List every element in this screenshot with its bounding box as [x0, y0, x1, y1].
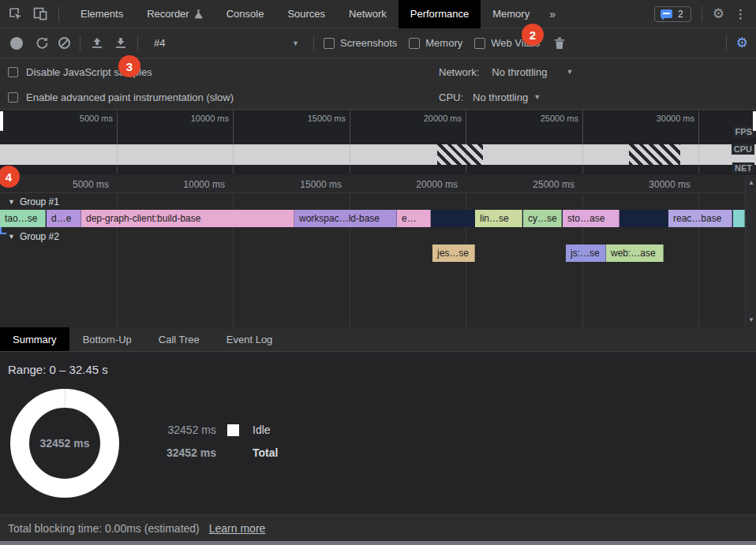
- settings-gear-icon[interactable]: ⚙: [713, 7, 724, 21]
- divider: [313, 35, 314, 51]
- timeline-event-bar[interactable]: jes…se: [432, 245, 475, 262]
- timeline-event-bar[interactable]: [733, 210, 745, 227]
- dropdown-caret-icon: ▼: [292, 39, 299, 47]
- issues-counter[interactable]: 2: [654, 6, 691, 22]
- checkbox-icon[interactable]: [409, 38, 420, 49]
- overview-right-handle[interactable]: [753, 111, 756, 131]
- advanced-paint-checkbox[interactable]: [8, 92, 18, 103]
- divider: [58, 6, 59, 22]
- cpu-throttling-control[interactable]: CPU: No throttling ▼: [439, 84, 541, 110]
- disable-js-samples-checkbox[interactable]: [8, 67, 18, 77]
- checkbox-icon[interactable]: [474, 38, 485, 49]
- timeline-overview[interactable]: FPS CPU NET 5000 ms10000 ms15000 ms20000…: [0, 110, 756, 175]
- legend-label: Total: [253, 446, 278, 459]
- network-throttling-value: No throttling: [492, 66, 547, 78]
- tab-network[interactable]: Network: [337, 0, 399, 28]
- footer-bar: Total blocking time: 0.00ms (estimated) …: [0, 514, 756, 541]
- tab-sources[interactable]: Sources: [275, 0, 337, 28]
- timeline-event-bar[interactable]: dep-graph-client:build-base: [81, 210, 294, 227]
- advanced-paint-row: Enable advanced paint instrumentation (s…: [0, 84, 756, 110]
- record-button[interactable]: [10, 37, 23, 50]
- cpu-throttling-label: CPU:: [439, 91, 463, 103]
- tab-console[interactable]: Console: [215, 0, 276, 28]
- group-label: Group #1: [20, 196, 59, 207]
- cpu-busy-region: [437, 144, 483, 165]
- timeline-event-bar[interactable]: reac…base: [668, 210, 732, 227]
- timeline-ruler: 5000 ms10000 ms15000 ms20000 ms25000 ms3…: [0, 175, 756, 193]
- timeline-tick-label: 5000 ms: [46, 179, 109, 190]
- more-tabs-icon[interactable]: »: [541, 8, 563, 21]
- vertical-scrollbar[interactable]: ▲ ▼: [745, 175, 756, 327]
- summary-legend: 32452 msIdle32452 msTotal: [164, 424, 278, 459]
- device-toolbar-icon[interactable]: [33, 7, 47, 21]
- tab-performance[interactable]: Performance: [399, 0, 481, 28]
- legend-value: 32452 ms: [164, 424, 216, 436]
- reload-and-record-icon[interactable]: [35, 36, 49, 50]
- load-profile-icon[interactable]: [90, 36, 104, 50]
- network-throttling-label: Network:: [439, 66, 479, 78]
- toolbar-checkbox-memory[interactable]: Memory: [409, 37, 462, 49]
- timeline-tick-label: 30000 ms: [627, 179, 691, 190]
- network-throttling-control[interactable]: Network: No throttling ▼: [439, 59, 573, 84]
- tab-bottom-up[interactable]: Bottom-Up: [69, 327, 145, 351]
- timeline-event-bar[interactable]: js:…se: [566, 245, 606, 262]
- timeline-event-bar[interactable]: web:…ase: [606, 245, 664, 262]
- advanced-paint-label: Enable advanced paint instrumentation (s…: [26, 91, 234, 103]
- cpu-busy-region: [629, 144, 680, 165]
- timeline-event-bar[interactable]: tao…se: [0, 210, 46, 227]
- collapse-triangle-icon: ▼: [8, 233, 15, 241]
- group-header-group-2[interactable]: ▼Group #2: [8, 230, 59, 244]
- scroll-up-icon[interactable]: ▲: [746, 179, 756, 186]
- tab-call-tree[interactable]: Call Tree: [145, 327, 213, 351]
- range-label: Range: 0 – 32.45 s: [8, 363, 108, 376]
- group-header-group-1[interactable]: ▼Group #1: [8, 195, 59, 209]
- overview-gridline: [582, 110, 583, 174]
- learn-more-link[interactable]: Learn more: [209, 522, 266, 535]
- overview-tick-label: 5000 ms: [58, 114, 113, 123]
- clear-recordings-icon[interactable]: [58, 37, 70, 49]
- timeline-event-bar[interactable]: workspac…ld-base: [294, 210, 397, 227]
- disable-js-samples-row: Disable JavaScript samples Network: No t…: [0, 59, 756, 84]
- tutorial-badge-3: 3: [118, 55, 140, 77]
- save-profile-icon[interactable]: [114, 36, 128, 50]
- overview-left-handle[interactable]: [0, 111, 3, 131]
- group-label: Group #2: [20, 231, 59, 242]
- legend-label: Idle: [253, 424, 278, 436]
- scroll-down-icon[interactable]: ▼: [746, 316, 756, 323]
- overview-tick-label: 10000 ms: [174, 114, 229, 123]
- flame-chart[interactable]: 5000 ms10000 ms15000 ms20000 ms25000 ms3…: [0, 175, 756, 327]
- message-bubble-icon: [661, 9, 672, 18]
- tab-recorder[interactable]: Recorder: [135, 0, 214, 28]
- tab-event-log[interactable]: Event Log: [213, 327, 286, 351]
- divider: [80, 35, 80, 51]
- more-options-icon[interactable]: ⋮: [735, 7, 747, 21]
- divider: [726, 35, 727, 51]
- collapse-triangle-icon: ▼: [8, 198, 15, 206]
- timeline-event-bar[interactable]: d…e: [47, 210, 81, 227]
- timeline-event-bar[interactable]: lin…se: [475, 210, 522, 227]
- timeline-event-bar[interactable]: cy…se: [523, 210, 562, 227]
- timeline-event-bar[interactable]: sto…ase: [563, 210, 619, 227]
- devtools-tab-strip: ElementsRecorderConsoleSourcesNetworkPer…: [69, 0, 541, 28]
- cpu-lane-label: CPU: [732, 144, 754, 155]
- checkbox-label: Screenshots: [340, 37, 397, 49]
- capture-settings-gear-icon[interactable]: ⚙: [736, 36, 748, 50]
- recording-selector[interactable]: #4 ▼: [148, 37, 304, 49]
- checkbox-icon[interactable]: [324, 38, 335, 49]
- tutorial-badge-2: 2: [522, 24, 544, 46]
- timeline-event-bar[interactable]: e…: [397, 210, 431, 227]
- toolbar-checkbox-screenshots[interactable]: Screenshots: [324, 37, 397, 49]
- performance-toolbar: #4 ▼ ScreenshotsMemoryWeb Vitals ⚙: [0, 28, 756, 58]
- dropdown-caret-icon: ▼: [566, 68, 573, 76]
- capture-settings: Disable JavaScript samples Network: No t…: [0, 59, 756, 110]
- total-blocking-time-text: Total blocking time: 0.00ms (estimated): [8, 522, 200, 535]
- inspect-element-icon[interactable]: [8, 7, 22, 21]
- overview-gridline: [698, 110, 699, 174]
- tab-elements[interactable]: Elements: [69, 0, 135, 28]
- overview-gridline: [117, 110, 118, 174]
- divider: [137, 35, 138, 51]
- trash-icon[interactable]: [552, 36, 567, 50]
- devtools-tabbar: ElementsRecorderConsoleSourcesNetworkPer…: [0, 0, 756, 28]
- dropdown-caret-icon: ▼: [533, 93, 541, 101]
- tab-summary[interactable]: Summary: [0, 327, 69, 351]
